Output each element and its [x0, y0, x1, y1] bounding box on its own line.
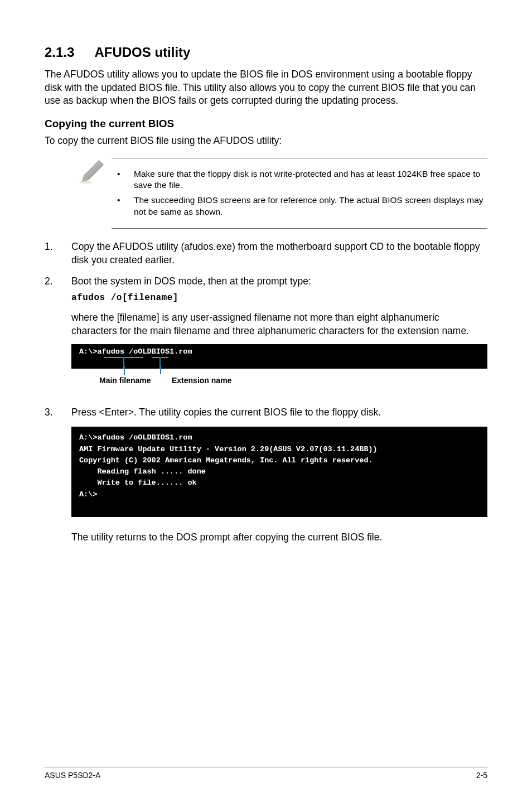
step-2-text: Boot the system in DOS mode, then at the… — [71, 274, 487, 288]
svg-point-2 — [80, 181, 92, 183]
step-1: 1. Copy the AFUDOS utility (afudos.exe) … — [45, 240, 487, 267]
section-number: 2.1.3 — [45, 45, 74, 60]
extension-name-label: Extension name — [172, 375, 231, 386]
step-3: 3. Press <Enter>. The utility copies the… — [45, 405, 487, 550]
closing-paragraph: The utility returns to the DOS prompt af… — [71, 530, 487, 544]
step-2: 2. Boot the system in DOS mode, then at … — [45, 274, 487, 398]
step-3-text: Press <Enter>. The utility copies the cu… — [71, 405, 487, 419]
note-item: •Make sure that the floppy disk is not w… — [117, 168, 487, 192]
note-item: •The succeeding BIOS screens are for ref… — [117, 195, 487, 218]
terminal-block-2: A:\>afudos /oOLDBIOS1.rom AMI Firmware U… — [71, 427, 487, 517]
page-footer: ASUS P5SD2-A 2-5 — [45, 767, 487, 780]
pencil-icon — [78, 158, 112, 188]
steps-list: 1. Copy the AFUDOS utility (afudos.exe) … — [45, 240, 487, 550]
filename-diagram: Main filename Extension name — [71, 370, 487, 392]
note-list: •Make sure that the floppy disk is not w… — [112, 158, 487, 229]
section-title-text: AFUDOS utility — [94, 45, 190, 60]
step-2-explain: where the [filename] is any user-assigne… — [71, 311, 487, 337]
step-2-command: afudos /o[filename] — [71, 292, 487, 304]
footer-right: 2-5 — [476, 771, 487, 780]
copying-heading: Copying the current BIOS — [45, 118, 487, 130]
intro-paragraph: The AFUDOS utility allows you to update … — [45, 68, 487, 108]
footer-left: ASUS P5SD2-A — [45, 771, 100, 780]
main-filename-label: Main filename — [99, 375, 151, 386]
page-container: 2.1.3AFUDOS utility The AFUDOS utility a… — [0, 0, 532, 802]
terminal-block-1: A:\>afudos /oOLDBIOS1.rom — [71, 344, 487, 369]
section-heading: 2.1.3AFUDOS utility — [45, 45, 487, 60]
copying-lead: To copy the current BIOS file using the … — [45, 134, 487, 148]
note-block: •Make sure that the floppy disk is not w… — [78, 158, 487, 229]
